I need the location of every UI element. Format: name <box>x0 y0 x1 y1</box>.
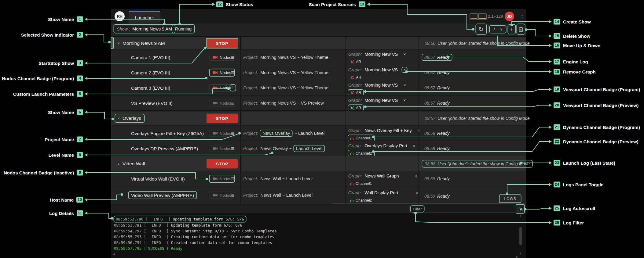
show-group-title[interactable]: ∨ Overlays <box>115 114 144 122</box>
graph-name: Overlays Display Port <box>364 143 407 148</box>
viewport-channel-badge-preview[interactable]: AR <box>348 105 363 111</box>
remove-graph-icon[interactable]: × <box>402 98 407 103</box>
badge-label: AR <box>356 106 361 110</box>
scroll-right-icon[interactable]: ▶ <box>516 256 518 258</box>
title-bar: RH Launcher 2.1+129 JD ⋮ <box>111 9 526 23</box>
log-line: 08:59:53.791 [INFO] Updating template fo… <box>114 223 242 228</box>
show-group-row[interactable]: ∨ Overlays STOP 08:57 User "john.doe" st… <box>111 110 526 126</box>
engine-row[interactable]: Virtual Video Wall (EVO II) Nodos ≡ Proj… <box>111 171 526 186</box>
engine-row[interactable]: Camera 2 (EVO III) Nodos ≡ Project:Morni… <box>111 65 526 80</box>
display-1-icon[interactable] <box>470 13 478 20</box>
engine-log-entry[interactable]: 08:59Ready <box>422 193 452 199</box>
scan-project-sources-button[interactable]: ↻ <box>476 24 486 34</box>
log-filter-placeholder: Filter <box>411 206 424 212</box>
show-group-title[interactable]: ∨ Video Wall <box>115 160 148 168</box>
tab-launcher[interactable]: Launcher <box>129 11 160 23</box>
dynamic-channel-badge-preview[interactable]: Channel2 <box>348 197 374 203</box>
viewport-channel-badge-program[interactable]: AR <box>348 74 363 81</box>
dynamic-channel-badge-program[interactable]: Channel1 <box>348 135 374 141</box>
launch-log-text: User "john.doe" started the show in Conf… <box>437 41 530 46</box>
scroll-up-icon[interactable]: ▲ <box>519 214 522 217</box>
annotation-custom-launch-parameters: Custom Launch Parameters5 <box>13 91 83 97</box>
custom-launch-parameters-icon[interactable]: ≡ <box>230 130 236 136</box>
badge-label: AR <box>356 75 361 80</box>
log-autoscroll-button[interactable]: ↓A <box>516 205 524 213</box>
engine-name: Overlays DP Preview (AMPERE) <box>129 145 200 152</box>
show-group-row[interactable]: ∨ Morning News 9 AM STOP 08:56 User "joh… <box>111 37 526 49</box>
kebab-menu-icon[interactable]: ⋮ <box>520 13 525 18</box>
stop-show-button[interactable]: STOP <box>207 113 238 123</box>
graph-name: Morning New VS <box>364 67 398 72</box>
graph-label: Graph: <box>348 52 362 57</box>
annotation-log-details: Log Details11 <box>49 210 83 216</box>
move-up-icon[interactable]: ∧ <box>493 27 496 31</box>
dynamic-channel-badge-preview[interactable]: Channel2 <box>348 150 374 156</box>
custom-launch-parameters-icon[interactable]: ≡ <box>230 145 236 152</box>
level-name: Launch Level <box>294 145 324 152</box>
log-filter-input[interactable] <box>409 205 515 213</box>
engine-name: Camera 1 (EVO III) <box>129 54 173 61</box>
remove-graph-icon[interactable]: × <box>402 52 407 57</box>
engine-log-entry[interactable]: 08:57Ready <box>422 100 452 106</box>
project-label: Project: <box>243 193 258 198</box>
custom-launch-parameters-icon[interactable]: ≡ <box>230 100 236 106</box>
project-label: Project: <box>243 55 258 60</box>
engine-log-entry[interactable]: 08:58Ready <box>422 130 452 136</box>
launch-log: 08:56 User "john.doe" started the show i… <box>422 40 532 47</box>
stop-show-button[interactable]: STOP <box>207 38 238 48</box>
display-2-icon[interactable] <box>478 13 487 20</box>
annotation-viewport-badge-program: 19Viewport Channel Badge (Program) <box>554 87 640 92</box>
annotation-project-name: Project Name7 <box>45 137 83 142</box>
chevron-down-icon: ∨ <box>117 162 120 165</box>
graph-name: Morning New VS <box>364 52 398 57</box>
user-avatar[interactable]: JD <box>505 12 514 21</box>
log-scrollbar-thumb[interactable] <box>519 227 522 245</box>
engine-row[interactable]: VS Preview (EVO II) Nodos ≡ Project:Morn… <box>111 95 526 111</box>
engine-row[interactable]: Camera 1 (EVO III) Nodos ≡ Project:Morni… <box>111 49 526 65</box>
show-status-badge: Running <box>172 25 194 33</box>
remove-graph-icon[interactable]: × <box>402 67 407 73</box>
engine-log-entry[interactable]: 08:57Ready <box>422 70 452 76</box>
viewport-channel-badge-program[interactable]: AR <box>348 90 363 96</box>
selected-show-field[interactable]: Show : Morning News 9 AM <box>114 25 175 33</box>
engine-log-entry[interactable]: 08:57Ready <box>422 85 452 91</box>
logs-panel-toggle-button[interactable]: LOGS <box>499 195 521 202</box>
engine-row[interactable]: Overlays DP Preview (AMPERE) Nodos ≡ Pro… <box>111 141 526 156</box>
launch-log-time: 08:57 <box>425 116 435 121</box>
show-group-title[interactable]: ∨ Morning News 9 AM <box>115 39 168 47</box>
graph-name: News Overlay Fill + Key <box>364 128 412 133</box>
engine-row[interactable]: Video Wall Preview (AMPERE) Nodos ≡ Proj… <box>111 186 526 204</box>
move-down-icon[interactable]: ∨ <box>500 27 503 31</box>
log-line: 08:59:56.794 [INFO] Created runtime data… <box>114 240 272 245</box>
engine-log-entry[interactable]: 08:59Ready <box>422 176 452 182</box>
show-field-label: Show : <box>117 27 130 31</box>
scroll-down-icon[interactable]: ▼ <box>519 252 522 255</box>
log-line: 08:59:54.792 [INFO] Sync Content: Step 9… <box>114 228 277 234</box>
show-group-row[interactable]: ∨ Video Wall STOP 08:58 User "john.doe" … <box>111 156 526 171</box>
dynamic-channel-badge-program[interactable]: Channel1 <box>348 181 374 187</box>
launch-log-text: User "john.doe" started the show in Conf… <box>437 161 530 166</box>
engine-log-entry[interactable]: 08:57Ready <box>422 54 452 60</box>
project-label: Project: <box>243 85 258 90</box>
engine-row[interactable]: Overlays Engine Fill + Key (Z6G5A) Nodos… <box>111 125 526 141</box>
remove-graph-icon[interactable]: × <box>415 190 419 195</box>
create-show-button[interactable]: + <box>508 25 515 34</box>
scroll-left-icon[interactable]: ◀ <box>113 253 115 256</box>
move-up-down-buttons[interactable]: ∧ ∨ <box>490 26 506 33</box>
remove-graph-icon[interactable]: × <box>402 83 407 88</box>
log-time: 08:58 <box>424 146 435 151</box>
custom-launch-parameters-icon[interactable]: ≡ <box>230 85 236 91</box>
stop-show-button[interactable]: STOP <box>207 159 238 168</box>
custom-launch-parameters-icon[interactable]: ≡ <box>230 192 236 198</box>
custom-launch-parameters-icon[interactable]: ≡ <box>230 176 236 182</box>
custom-launch-parameters-icon[interactable]: ≡ <box>230 54 236 60</box>
remove-graph-icon[interactable]: × <box>412 143 416 149</box>
engine-log-entry[interactable]: 08:58Ready <box>422 145 452 152</box>
badge-label: AR <box>356 91 361 95</box>
custom-launch-parameters-icon[interactable]: ≡ <box>230 70 236 76</box>
engine-row[interactable]: Camera 3 (EVO III) Nodos ≡ Project:Morni… <box>111 80 526 95</box>
camera-icon <box>213 147 218 150</box>
log-status: Ready <box>437 70 449 75</box>
delete-show-button[interactable] <box>517 24 525 34</box>
viewport-channel-badge-program[interactable]: AR <box>348 59 363 65</box>
